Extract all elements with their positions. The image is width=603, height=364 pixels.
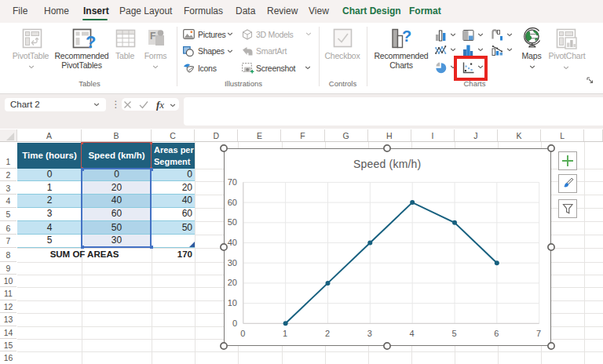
svg-text:?: ? [86, 32, 96, 49]
svg-text:F: F [150, 31, 155, 42]
svg-text:?: ? [402, 28, 411, 45]
